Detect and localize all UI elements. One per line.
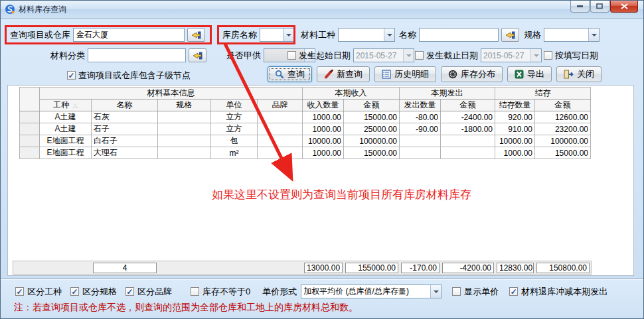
table-cell[interactable]: 石子 — [92, 123, 158, 135]
column-header[interactable]: 金额 — [535, 99, 591, 111]
row-selector[interactable] — [20, 147, 40, 159]
table-cell[interactable]: 910.00 — [495, 123, 535, 135]
table-cell[interactable]: 10000.00 — [303, 135, 344, 147]
row-selector[interactable] — [20, 135, 40, 147]
by-trade-checkbox[interactable]: ✓ — [15, 287, 24, 296]
minimize-button[interactable] — [570, 1, 590, 13]
column-header[interactable]: 工种△ — [40, 99, 92, 111]
table-cell[interactable] — [400, 147, 441, 159]
close-button[interactable] — [610, 1, 638, 13]
table-cell[interactable]: 白石子 — [92, 135, 158, 147]
row-selector[interactable] — [20, 111, 40, 123]
trade-combo[interactable] — [338, 28, 395, 42]
maximize-button[interactable] — [590, 1, 609, 13]
by-spec-checkbox[interactable]: ✓ — [70, 287, 79, 296]
table-cell[interactable]: E地面工程 — [40, 135, 92, 147]
table-cell[interactable]: E地面工程 — [40, 147, 92, 159]
table-cell[interactable] — [441, 135, 495, 147]
table-cell[interactable]: 15000.00 — [344, 111, 400, 123]
table-cell[interactable] — [258, 147, 303, 159]
end-date-picker[interactable]: 2015-05-27 — [481, 48, 542, 62]
query-button[interactable]: 查询 — [268, 66, 312, 82]
table-cell[interactable]: 石灰 — [92, 111, 158, 123]
chevron-down-icon[interactable] — [384, 29, 394, 41]
inventory-distribution-button[interactable]: 库存分布 — [441, 66, 503, 82]
table-cell[interactable]: 大理石 — [92, 147, 158, 159]
table-cell[interactable]: 立方 — [211, 123, 258, 135]
table-cell[interactable]: m² — [211, 147, 258, 159]
table-row[interactable]: E地面工程大理石m²1000.0015000.001000.0015000.00 — [20, 147, 591, 159]
category-input[interactable] — [88, 48, 186, 62]
name-input[interactable] — [419, 28, 499, 42]
column-header[interactable]: 金额 — [344, 99, 400, 111]
project-input[interactable] — [73, 28, 185, 42]
table-cell[interactable]: 15000.00 — [344, 147, 400, 159]
table-cell[interactable]: 23200.00 — [535, 123, 591, 135]
table-cell[interactable]: -1800.00 — [441, 123, 495, 135]
table-row[interactable]: E地面工程白石子包10000.00100000.0010000.00100000… — [20, 135, 591, 147]
warehouse-combo[interactable] — [260, 28, 294, 42]
row-selector[interactable] — [20, 123, 40, 135]
table-cell[interactable] — [258, 135, 303, 147]
table-cell[interactable] — [158, 147, 211, 159]
category-browse-button[interactable] — [189, 48, 206, 62]
start-date-checkbox[interactable]: ✓ — [287, 51, 296, 60]
name-browse-button[interactable] — [501, 28, 519, 42]
table-cell[interactable] — [441, 147, 495, 159]
project-browse-button[interactable] — [187, 28, 205, 42]
table-cell[interactable]: 920.00 — [495, 111, 535, 123]
column-header[interactable]: 金额 — [441, 99, 495, 111]
table-cell[interactable]: 100000.00 — [344, 135, 400, 147]
start-date-picker[interactable]: 2015-05-27 — [353, 48, 414, 62]
include-children-checkbox[interactable]: ✓ — [67, 71, 76, 80]
by-brand-checkbox[interactable]: ✓ — [125, 287, 134, 296]
table-row[interactable]: A土建石子立方1000.0025000.00-90.00-1800.00910.… — [20, 123, 591, 135]
table-cell[interactable] — [158, 135, 211, 147]
price-form-combo[interactable]: 加权平均价 (总库值/总库存量) — [301, 285, 442, 298]
column-header[interactable]: 发出数量 — [400, 99, 441, 111]
by-fill-date-checkbox[interactable]: ✓ — [544, 51, 552, 60]
column-header[interactable]: 品牌 — [258, 99, 303, 111]
table-cell[interactable]: 25000.00 — [344, 123, 400, 135]
table-cell[interactable] — [400, 135, 441, 147]
table-cell[interactable]: 1000.00 — [303, 147, 344, 159]
table-row[interactable]: A土建石灰立方1000.0015000.00-80.00-2400.00920.… — [20, 111, 591, 123]
table-cell[interactable]: -2400.00 — [441, 111, 495, 123]
show-price-checkbox[interactable]: ✓ — [452, 287, 461, 296]
table-cell[interactable]: 10000.00 — [495, 135, 535, 147]
table-cell[interactable]: 1000.00 — [303, 111, 344, 123]
table-cell[interactable]: 15000.00 — [535, 147, 591, 159]
table-cell[interactable] — [258, 123, 303, 135]
chevron-down-icon[interactable] — [530, 49, 541, 62]
export-button[interactable]: 导出 — [507, 66, 552, 82]
table-cell[interactable] — [158, 123, 211, 135]
return-offset-checkbox[interactable]: ✓ — [509, 287, 518, 296]
nonzero-checkbox[interactable]: ✓ — [191, 287, 199, 296]
table-cell[interactable]: 1000.00 — [303, 123, 344, 135]
end-date-checkbox[interactable]: ✓ — [415, 51, 424, 60]
table-cell[interactable]: -90.00 — [400, 123, 441, 135]
table-cell[interactable] — [258, 111, 303, 123]
chevron-down-icon[interactable] — [403, 49, 414, 62]
chevron-down-icon[interactable] — [283, 29, 293, 41]
table-cell[interactable]: 100000.00 — [535, 135, 591, 147]
close-dialog-button[interactable]: 关闭 — [556, 66, 602, 82]
column-header[interactable]: 结存数量 — [495, 99, 535, 111]
table-cell[interactable]: A土建 — [40, 123, 92, 135]
table-cell[interactable]: 包 — [211, 135, 258, 147]
column-header[interactable]: 名称 — [92, 99, 158, 111]
table-cell[interactable]: -80.00 — [400, 111, 441, 123]
table-cell[interactable] — [158, 111, 211, 123]
table-cell[interactable]: 1000.00 — [495, 147, 535, 159]
column-header[interactable]: 单位 — [211, 99, 258, 111]
table-cell[interactable]: 立方 — [211, 111, 258, 123]
column-header[interactable]: 收入数量 — [303, 99, 344, 111]
spec-combo[interactable] — [544, 28, 600, 42]
table-cell[interactable]: A土建 — [40, 111, 92, 123]
history-detail-button[interactable]: 历史明细 — [374, 66, 436, 82]
column-header[interactable]: 规格 — [158, 99, 211, 111]
chevron-down-icon[interactable] — [588, 29, 599, 41]
new-query-button[interactable]: 新查询 — [317, 66, 370, 82]
table-cell[interactable]: 12600.00 — [535, 111, 591, 123]
chevron-down-icon[interactable] — [430, 285, 441, 298]
